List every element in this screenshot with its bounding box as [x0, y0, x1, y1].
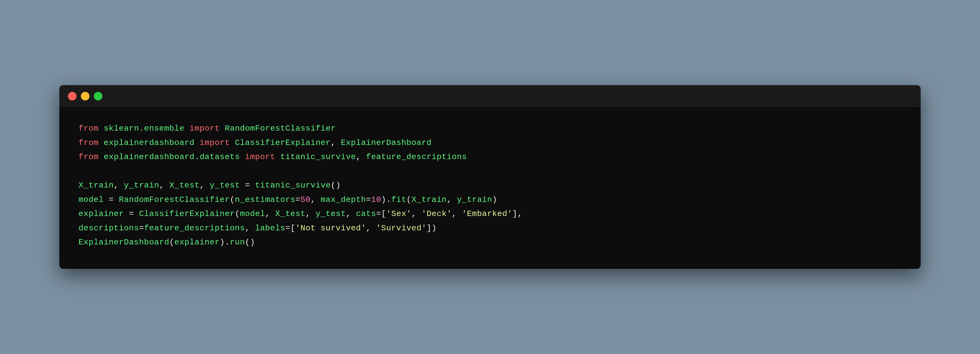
code-area: from sklearn.ensemble import RandomFores… — [59, 107, 921, 269]
code-line-7: descriptions=feature_descriptions, label… — [78, 221, 902, 236]
maximize-button[interactable] — [94, 92, 102, 100]
code-line-6: explainer = ClassifierExplainer(model, X… — [78, 207, 902, 221]
minimize-button[interactable] — [81, 92, 89, 100]
code-line-8: ExplainerDashboard(explainer).run() — [78, 235, 902, 250]
code-line-import1: from sklearn.ensemble import RandomFores… — [78, 122, 902, 136]
code-line-import3: from explainerdashboard.datasets import … — [78, 150, 902, 164]
blank-line-1 — [78, 164, 902, 179]
terminal-window: from sklearn.ensemble import RandomFores… — [59, 85, 921, 269]
close-button[interactable] — [68, 92, 76, 100]
title-bar — [59, 85, 921, 107]
code-line-4: X_train, y_train, X_test, y_test = titan… — [78, 178, 902, 193]
code-line-5: model = RandomForestClassifier(n_estimat… — [78, 193, 902, 207]
code-line-import2: from explainerdashboard import Classifie… — [78, 136, 902, 150]
